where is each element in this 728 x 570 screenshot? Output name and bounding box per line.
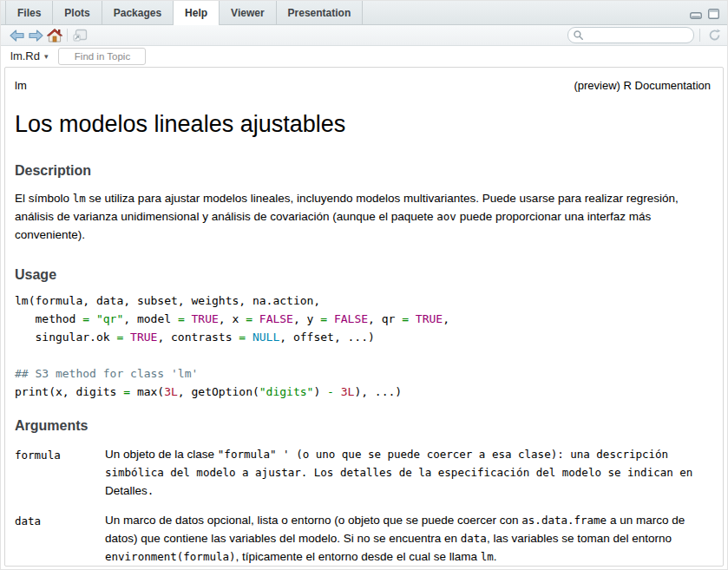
toolbar-separator: [67, 29, 68, 42]
find-in-topic-input[interactable]: [58, 48, 146, 65]
maximize-icon[interactable]: [708, 7, 719, 23]
tab-strip: Files Plots Packages Help Viewer Present…: [5, 1, 363, 24]
topic-file-label: lm.Rd: [10, 49, 40, 62]
help-topicbar: lm.Rd ▾: [1, 46, 727, 66]
argument-description: Un marco de datos opcional, lista o ento…: [105, 511, 711, 566]
forward-icon[interactable]: [26, 27, 45, 44]
tab-packages[interactable]: Packages: [102, 1, 174, 24]
usage-code-block: lm(formula, data, subset, weights, na.ac…: [15, 292, 711, 401]
toolbar-separator: [699, 29, 700, 42]
section-heading-description: Description: [15, 163, 711, 179]
topic-file-selector[interactable]: lm.Rd ▾: [10, 49, 48, 62]
help-content: lm (preview) R Documentation Los modelos…: [4, 67, 724, 567]
refresh-icon[interactable]: [708, 29, 721, 42]
help-search-input[interactable]: [587, 29, 688, 43]
section-heading-arguments: Arguments: [15, 418, 711, 434]
pane-window-controls: [690, 7, 719, 23]
pane-tabbar: Files Plots Packages Help Viewer Present…: [1, 1, 727, 25]
home-icon[interactable]: [45, 27, 64, 44]
tab-plots[interactable]: Plots: [53, 1, 102, 24]
argument-row-formula: formula Un objeto de la clase "formula" …: [15, 445, 711, 500]
doc-topic-id: lm: [15, 79, 27, 92]
argument-description: Un objeto de la clase "formula" ' (o uno…: [105, 445, 711, 500]
popout-icon[interactable]: [70, 27, 89, 44]
doc-header: lm (preview) R Documentation: [15, 79, 711, 92]
chevron-down-icon: ▾: [44, 52, 49, 61]
section-heading-usage: Usage: [15, 267, 711, 283]
back-icon[interactable]: [7, 27, 26, 44]
argument-term: formula: [15, 445, 105, 500]
argument-term: data: [15, 511, 105, 566]
search-icon: [574, 28, 583, 43]
help-toolbar: [1, 25, 727, 46]
help-pane: Files Plots Packages Help Viewer Present…: [0, 0, 728, 570]
tab-presentation[interactable]: Presentation: [277, 1, 364, 24]
description-paragraph: El símbolo lm se utiliza para ajustar mo…: [15, 189, 711, 244]
tab-help[interactable]: Help: [174, 1, 220, 25]
argument-row-data: data Un marco de datos opcional, lista o…: [15, 511, 711, 566]
tab-viewer[interactable]: Viewer: [220, 1, 276, 24]
tab-files[interactable]: Files: [5, 1, 53, 24]
minimize-icon[interactable]: [690, 7, 702, 23]
page-title: Los modelos lineales ajustables: [15, 111, 711, 138]
help-search-box: [567, 27, 694, 43]
help-document: lm (preview) R Documentation Los modelos…: [5, 68, 723, 567]
doc-source-label: (preview) R Documentation: [574, 79, 711, 92]
